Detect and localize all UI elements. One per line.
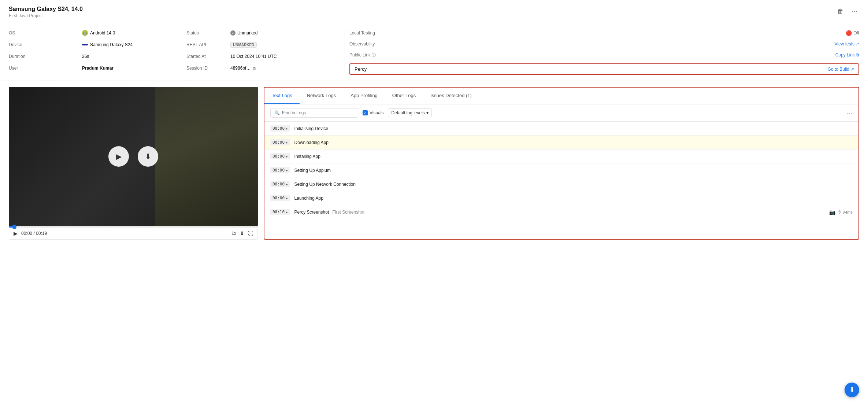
android-icon: 🤖 xyxy=(82,30,88,36)
rest-api-label-row: REST API xyxy=(186,41,230,49)
page-title: Samsung Galaxy S24, 14.0 xyxy=(9,6,83,12)
local-testing-row: Local Testing 🔴 Off xyxy=(349,29,859,37)
info-col-2: 🤖 Android 14.0 Samsung Galaxy S24 26s Pr… xyxy=(82,29,177,75)
status-value-row: ✓ Unmarked xyxy=(230,29,340,37)
observability-row: Observability View tests ↗ xyxy=(349,40,859,48)
video-controls-bar: ▶ 00:00 / 00:19 1x ⬇ ⛶ xyxy=(9,228,257,239)
chevron-down-icon: ▾ xyxy=(426,110,429,115)
goto-build-link[interactable]: Go to Build ↗ xyxy=(828,67,854,72)
video-play-button[interactable]: ▶ xyxy=(108,146,129,167)
log-time: 00:00 ▶ xyxy=(270,153,290,159)
logs-tabs: Text Logs Network Logs App Profiling Oth… xyxy=(264,88,858,104)
log-time: 00:00 ▶ xyxy=(270,195,290,201)
screenshot-icon: 📷 xyxy=(829,209,835,215)
rest-api-value-row: UNMARKED xyxy=(230,41,340,49)
video-overlay: ▶ ⬇ xyxy=(9,87,258,226)
log-expand-arrow[interactable]: ▶ xyxy=(286,210,288,214)
log-item: 00:00 ▶ Setting Up Network Connection xyxy=(264,177,858,191)
percy-box: Percy Go to Build ↗ xyxy=(349,63,859,75)
visuals-checkbox-label[interactable]: ✓ Visuals xyxy=(363,110,383,115)
copy-link-icon: ⧉ xyxy=(856,52,859,58)
main-content: ▶ ⬇ ▶ 00:00 / 00:19 xyxy=(0,81,868,246)
log-expand-arrow[interactable]: ▶ xyxy=(286,155,288,158)
tab-issues-detected[interactable]: Issues Detected (1) xyxy=(423,88,479,104)
log-text: Downloading App xyxy=(294,140,853,145)
visuals-checkbox[interactable]: ✓ xyxy=(363,110,368,115)
public-link-label: Public Link ⓘ xyxy=(349,52,386,58)
video-download-button[interactable]: ⬇ xyxy=(138,146,158,167)
log-duration: ⏱ 94ms xyxy=(838,210,853,214)
log-time: 00:00 ▶ xyxy=(270,167,290,173)
log-expand-arrow[interactable]: ▶ xyxy=(286,141,288,144)
duration-row: Duration xyxy=(9,52,82,60)
info-col-4: ✓ Unmarked UNMARKED 10 Oct 2024 10:41 UT… xyxy=(230,29,340,75)
samsung-icon xyxy=(82,44,88,45)
rest-api-badge: UNMARKED xyxy=(230,42,257,48)
right-info-col: Local Testing 🔴 Off Observability View t… xyxy=(349,29,859,75)
user-value: Pradum Kumar xyxy=(82,66,114,71)
percy-label: Percy xyxy=(355,66,367,72)
log-expand-arrow[interactable]: ▶ xyxy=(286,196,288,200)
log-time: 00:00 ▶ xyxy=(270,139,290,145)
started-at-value: 10 Oct 2024 10:41 UTC xyxy=(230,54,277,59)
log-expand-arrow[interactable]: ▶ xyxy=(286,127,288,130)
logs-more-button[interactable]: ⋯ xyxy=(847,110,853,117)
logs-panel: Text Logs Network Logs App Profiling Oth… xyxy=(264,87,859,240)
video-bottom-bar: ▶ 00:00 / 00:19 1x ⬇ ⛶ xyxy=(9,226,258,240)
video-container: ▶ ⬇ xyxy=(9,87,258,226)
video-time-display: 00:00 / 00:19 xyxy=(21,231,47,236)
os-label: OS xyxy=(9,30,38,36)
divider-1 xyxy=(182,29,182,75)
video-download-small-button[interactable]: ⬇ xyxy=(240,230,244,236)
log-expand-arrow[interactable]: ▶ xyxy=(286,169,288,172)
copy-link-link[interactable]: Copy Link ⧉ xyxy=(835,52,859,58)
user-value-row: Pradum Kumar xyxy=(82,64,177,72)
info-col-3: Status REST API Started At Session ID xyxy=(186,29,230,75)
session-id-label: Session ID xyxy=(186,66,216,71)
log-expand-arrow[interactable]: ▶ xyxy=(286,182,288,186)
search-box: 🔍 xyxy=(270,108,358,118)
tab-app-profiling[interactable]: App Profiling xyxy=(343,88,385,104)
user-label: User xyxy=(9,66,38,71)
tab-network-logs[interactable]: Network Logs xyxy=(300,88,343,104)
session-id-copy-icon[interactable]: ⧉ xyxy=(253,66,256,71)
user-row: User xyxy=(9,64,82,72)
log-item: 00:00 ▶ Installing App xyxy=(264,150,858,163)
video-controls-right: 1x ⬇ ⛶ xyxy=(231,230,253,236)
local-testing-value: 🔴 Off xyxy=(846,30,859,36)
header: Samsung Galaxy S24, 14.0 First Java Proj… xyxy=(0,0,868,23)
status-value: ✓ Unmarked xyxy=(230,30,257,36)
session-id-value: 48986bf… ⧉ xyxy=(230,66,256,71)
device-label: Device xyxy=(9,42,38,47)
video-speed-button[interactable]: 1x xyxy=(231,231,236,236)
video-progress-bar[interactable] xyxy=(9,226,257,228)
video-fullscreen-button[interactable]: ⛶ xyxy=(248,230,253,236)
header-actions: 🗑 ⋯ xyxy=(836,6,859,17)
log-item: 00:00 ▶ Initialising Device xyxy=(264,122,858,136)
started-at-label: Started At xyxy=(186,54,216,59)
scroll-to-bottom-button[interactable]: ⬇ xyxy=(845,383,859,397)
log-text: Percy Screenshot First Screenshot xyxy=(294,210,825,215)
video-controls-left: ▶ 00:00 / 00:19 xyxy=(14,230,47,236)
more-options-button[interactable]: ⋯ xyxy=(850,6,859,17)
video-play-small-button[interactable]: ▶ xyxy=(14,230,18,236)
delete-button[interactable]: 🗑 xyxy=(836,6,845,17)
log-levels-dropdown[interactable]: Default log levels ▾ xyxy=(388,108,431,117)
tab-text-logs[interactable]: Text Logs xyxy=(264,88,300,104)
divider-2 xyxy=(345,29,345,75)
search-input[interactable] xyxy=(282,110,354,115)
view-tests-link[interactable]: View tests ↗ xyxy=(835,41,859,47)
tab-other-logs[interactable]: Other Logs xyxy=(385,88,423,104)
os-value: 🤖 Android 14.0 xyxy=(82,30,115,36)
info-section: OS Device Duration User 🤖 Android 14.0 xyxy=(0,23,868,81)
duration-value: 26s xyxy=(82,54,89,59)
logs-toolbar: 🔍 ✓ Visuals Default log levels ▾ ⋯ xyxy=(264,104,858,122)
log-time: 00:10 ▶ xyxy=(270,209,290,215)
status-label: Status xyxy=(186,30,216,36)
status-check-icon: ✓ xyxy=(230,30,235,36)
log-time: 00:00 ▶ xyxy=(270,125,290,132)
log-item: 00:10 ▶ Percy Screenshot First Screensho… xyxy=(264,205,858,219)
os-row: OS xyxy=(9,29,82,37)
search-icon: 🔍 xyxy=(274,110,280,115)
device-value-row: Samsung Galaxy S24 xyxy=(82,41,177,49)
